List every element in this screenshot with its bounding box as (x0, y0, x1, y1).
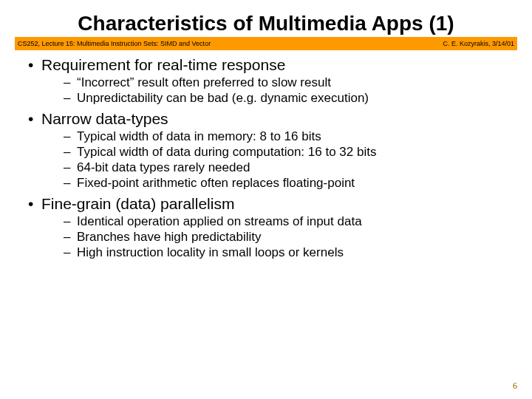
bullet-item: Fine-grain (data) parallelism Identical … (28, 195, 517, 260)
header-banner: CS252, Lecture 15: Multimedia Instructio… (15, 37, 517, 50)
sub-item: Identical operation applied on streams o… (64, 214, 517, 229)
sub-item: 64-bit data types rarely needed (64, 160, 517, 175)
banner-right: C. E. Kozyrakis, 3/14/01 (443, 40, 514, 47)
slide-title: Characteristics of Multimedia Apps (1) (15, 12, 517, 35)
sub-item: Unpredictability can be bad (e.g. dynami… (64, 91, 517, 106)
bullet-text: Requirement for real-time response (41, 56, 285, 73)
sub-item: “Incorrect” result often preferred to sl… (64, 75, 517, 90)
sub-item: Branches have high predictability (64, 230, 517, 245)
slide: Characteristics of Multimedia Apps (1) C… (0, 0, 532, 260)
bullet-item: Narrow data-types Typical width of data … (28, 110, 517, 191)
sub-item: High instruction locality in small loops… (64, 245, 517, 260)
page-number: 6 (513, 381, 517, 392)
sub-item: Typical width of data in memory: 8 to 16… (64, 129, 517, 144)
sub-item: Fixed-point arithmetic often replaces fl… (64, 176, 517, 191)
bullet-text: Fine-grain (data) parallelism (41, 195, 234, 212)
bullet-text: Narrow data-types (41, 110, 168, 127)
bullet-list: Requirement for real-time response “Inco… (15, 56, 517, 260)
sub-item: Typical width of data during computation… (64, 145, 517, 160)
sub-list: “Incorrect” result often preferred to sl… (41, 75, 517, 106)
sub-list: Typical width of data in memory: 8 to 16… (41, 129, 517, 191)
bullet-item: Requirement for real-time response “Inco… (28, 56, 517, 106)
sub-list: Identical operation applied on streams o… (41, 214, 517, 260)
banner-left: CS252, Lecture 15: Multimedia Instructio… (18, 40, 211, 47)
